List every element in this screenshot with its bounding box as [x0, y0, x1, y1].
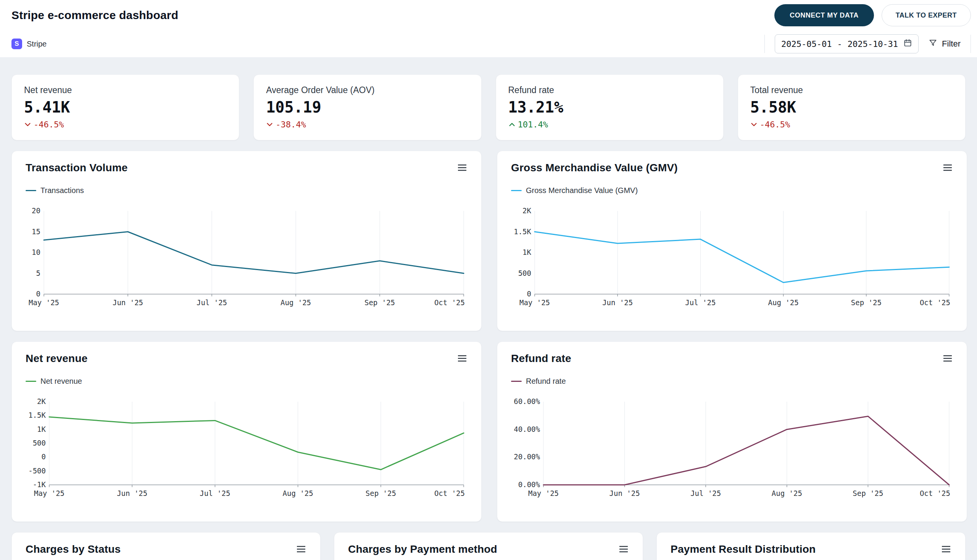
- chart-card-gmv: Gross Merchandise Value (GMV) Gross Merc…: [497, 151, 967, 331]
- chart-title: Transaction Volume: [25, 162, 128, 174]
- kpi-value: 13.21%: [508, 98, 711, 116]
- kpi-row: Net revenue 5.41K -46.5% Average Order V…: [12, 74, 965, 140]
- page-title: Stripe e-commerce dashboard: [12, 9, 178, 22]
- chart-card-header: Refund rate: [511, 352, 953, 365]
- chart-title: Payment Result Distribution: [671, 543, 815, 555]
- dashboard-main: Net revenue 5.41K -46.5% Average Order V…: [0, 57, 977, 560]
- svg-text:Oct '25: Oct '25: [434, 489, 465, 497]
- date-to-value: 2025-10-31: [848, 39, 898, 49]
- svg-text:Jul '25: Jul '25: [690, 489, 721, 497]
- line-chart-svg: 0.00%20.00%40.00%60.00%May '25Jun '25Jul…: [511, 398, 953, 501]
- legend-swatch: [511, 381, 522, 382]
- chart-menu-icon[interactable]: [941, 543, 952, 556]
- legend-label: Net revenue: [40, 377, 82, 386]
- line-chart-svg: 05101520May '25Jun '25Jul '25Aug '25Sep …: [25, 208, 468, 310]
- connect-my-data-button[interactable]: CONNECT MY DATA: [774, 4, 874, 26]
- svg-text:Sep '25: Sep '25: [364, 298, 395, 307]
- svg-text:Sep '25: Sep '25: [851, 298, 882, 307]
- kpi-delta: -38.4%: [266, 120, 469, 129]
- legend-swatch: [511, 190, 522, 191]
- kpi-label: Refund rate: [508, 85, 711, 95]
- chart-menu-icon[interactable]: [618, 543, 629, 556]
- svg-text:Aug '25: Aug '25: [768, 298, 799, 307]
- svg-text:0.00%: 0.00%: [518, 480, 540, 489]
- filter-label: Filter: [942, 39, 960, 49]
- svg-text:Jul '25: Jul '25: [685, 298, 716, 307]
- legend-swatch: [25, 381, 36, 382]
- legend-swatch: [25, 190, 36, 191]
- svg-text:Jun '25: Jun '25: [117, 489, 147, 497]
- chevron-down-icon: [750, 121, 758, 128]
- line-chart-transaction-volume[interactable]: 05101520May '25Jun '25Jul '25Aug '25Sep …: [25, 208, 468, 310]
- filter-button[interactable]: Filter: [929, 38, 960, 50]
- header-top-row: Stripe e-commerce dashboard CONNECT MY D…: [12, 0, 971, 30]
- header: Stripe e-commerce dashboard CONNECT MY D…: [0, 0, 977, 57]
- chart-menu-icon[interactable]: [942, 352, 953, 365]
- svg-text:0: 0: [42, 452, 46, 461]
- chart-card-payment-result-distribution: Payment Result Distribution: [656, 532, 965, 560]
- svg-text:-500: -500: [28, 467, 46, 475]
- svg-text:Aug '25: Aug '25: [283, 489, 313, 497]
- chart-menu-icon[interactable]: [942, 162, 953, 175]
- date-range-picker[interactable]: 2025-05-01 - 2025-10-31: [775, 34, 919, 53]
- svg-text:May '25: May '25: [519, 298, 550, 307]
- svg-text:1K: 1K: [523, 248, 531, 257]
- kpi-label: Average Order Value (AOV): [266, 85, 469, 95]
- kpi-delta: -46.5%: [24, 120, 227, 129]
- legend-label: Gross Merchandise Value (GMV): [526, 186, 638, 195]
- chart-legend[interactable]: Net revenue: [25, 377, 468, 386]
- svg-text:-1K: -1K: [33, 480, 46, 489]
- svg-text:May '25: May '25: [28, 298, 59, 307]
- svg-text:15: 15: [32, 227, 40, 236]
- chevron-down-icon: [24, 121, 31, 128]
- line-chart-gmv[interactable]: 05001K1.5K2KMay '25Jun '25Jul '25Aug '25…: [511, 208, 953, 310]
- kpi-delta-value: -46.5%: [33, 120, 64, 129]
- kpi-delta: -46.5%: [750, 120, 953, 129]
- svg-text:20: 20: [32, 208, 40, 215]
- chart-card-net-revenue: Net revenue Net revenue -1K-50005001K1.5…: [12, 342, 482, 522]
- chart-card-header: Charges by Status: [25, 543, 306, 556]
- chart-title: Gross Merchandise Value (GMV): [511, 162, 678, 174]
- talk-to-expert-button[interactable]: TALK TO EXPERT: [882, 4, 971, 26]
- chart-legend[interactable]: Transactions: [25, 186, 468, 195]
- charts-row-2: Net revenue Net revenue -1K-50005001K1.5…: [12, 342, 965, 522]
- svg-text:Jun '25: Jun '25: [602, 298, 633, 307]
- vertical-divider: [970, 35, 971, 53]
- svg-text:Aug '25: Aug '25: [281, 298, 311, 307]
- charts-row-1: Transaction Volume Transactions 05101520…: [12, 151, 965, 331]
- svg-text:2K: 2K: [37, 398, 46, 405]
- svg-text:Sep '25: Sep '25: [853, 489, 883, 497]
- svg-text:40.00%: 40.00%: [514, 425, 540, 433]
- chart-menu-icon[interactable]: [457, 162, 468, 175]
- chart-title: Refund rate: [511, 352, 571, 365]
- header-actions: CONNECT MY DATA TALK TO EXPERT: [774, 4, 971, 26]
- kpi-value: 5.58K: [750, 98, 953, 116]
- line-chart-net-revenue[interactable]: -1K-50005001K1.5K2KMay '25Jun '25Jul '25…: [25, 398, 468, 501]
- svg-text:60.00%: 60.00%: [514, 398, 540, 405]
- chart-card-header: Charges by Payment method: [348, 543, 629, 556]
- chart-legend[interactable]: Gross Merchandise Value (GMV): [511, 186, 953, 195]
- vertical-divider: [765, 35, 765, 53]
- chart-card-transaction-volume: Transaction Volume Transactions 05101520…: [12, 151, 482, 331]
- chart-card-refund-rate: Refund rate Refund rate 0.00%20.00%40.00…: [497, 342, 967, 522]
- chart-menu-icon[interactable]: [296, 543, 306, 556]
- svg-text:Jul '25: Jul '25: [197, 298, 227, 307]
- date-separator: -: [837, 39, 842, 49]
- stripe-logo-icon: S: [12, 38, 22, 49]
- header-sub-row: S Stripe 2025-05-01 - 2025-10-31: [12, 30, 971, 57]
- kpi-value: 105.19: [266, 98, 469, 116]
- svg-text:1.5K: 1.5K: [28, 411, 46, 419]
- chart-title: Charges by Payment method: [348, 543, 497, 555]
- svg-text:500: 500: [518, 269, 531, 277]
- svg-text:20.00%: 20.00%: [514, 452, 540, 461]
- chart-card-header: Net revenue: [25, 352, 468, 365]
- svg-text:Sep '25: Sep '25: [366, 489, 396, 497]
- chart-card-charges-by-status: Charges by Status: [12, 532, 321, 560]
- svg-text:Oct '25: Oct '25: [920, 298, 950, 307]
- line-chart-refund-rate[interactable]: 0.00%20.00%40.00%60.00%May '25Jun '25Jul…: [511, 398, 953, 501]
- chart-legend[interactable]: Refund rate: [511, 377, 953, 386]
- chart-card-header: Transaction Volume: [25, 162, 468, 175]
- chart-card-header: Payment Result Distribution: [671, 543, 952, 556]
- chart-menu-icon[interactable]: [457, 352, 468, 365]
- kpi-label: Total revenue: [750, 85, 953, 95]
